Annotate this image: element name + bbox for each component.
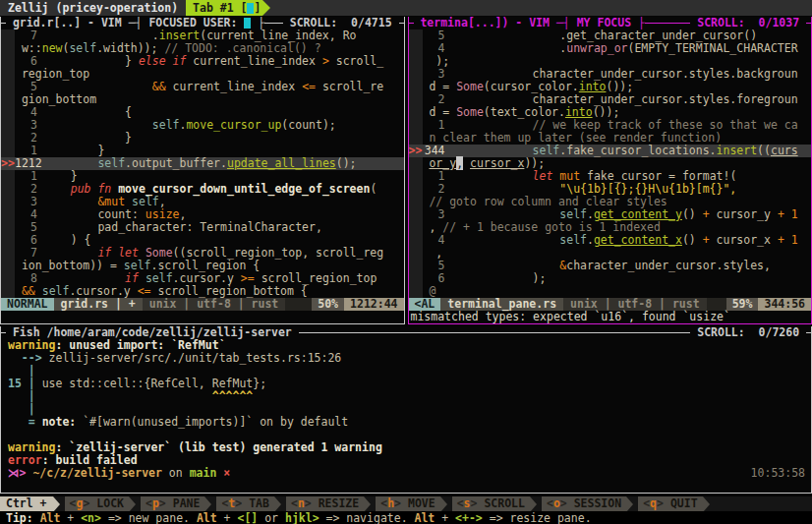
focused-user-label: FOCUSED USER: (148, 17, 244, 29)
sign-column (409, 221, 423, 234)
text-segment: × (223, 467, 230, 480)
text-segment: <= (302, 80, 316, 93)
left-pane-body: 7 .insert(current_line_index, Ro w::new(… (1, 29, 404, 323)
text-segment: into (565, 105, 593, 119)
text-segment (43, 182, 71, 196)
text-segment: => navigate. (319, 512, 415, 524)
right-scroll-label: SCROLL: (690, 17, 758, 29)
text-segment (216, 467, 223, 480)
line-number: 4 (15, 106, 43, 119)
sign-column (1, 29, 15, 42)
sign-column (409, 29, 423, 42)
text-segment: + (778, 207, 784, 221)
sign-column (409, 81, 423, 93)
text-segment: current_line_index (166, 80, 302, 93)
text-segment: (EMPTY_TERMINAL_CHARACTER (628, 41, 798, 55)
line-number: 2 (15, 132, 43, 145)
left-scroll-value: 0/4715 (351, 17, 398, 29)
text-segment: unwrap_or (566, 41, 627, 55)
text-segment: ~/c/z/zellij-server (32, 467, 162, 480)
sign-column (409, 42, 423, 55)
keybar-label: QUIT (664, 497, 698, 510)
line-number: 2 (15, 183, 43, 196)
terminal-line: = note: `#[warn(unused_imports)]` on by … (8, 416, 811, 429)
text-segment: . (587, 233, 594, 247)
text-segment: Alt (40, 512, 61, 524)
text-segment: ) { (43, 233, 90, 247)
left-scroll-label: SCROLL: (283, 17, 351, 29)
text-segment: pub fn (71, 182, 112, 196)
text-segment: && (152, 80, 166, 93)
tab-1[interactable]: Tab #1 [] (186, 0, 262, 16)
text-segment: } (43, 169, 78, 183)
text-segment: n clear them up later (see render functi… (423, 131, 723, 145)
text-segment: .fake_cursor_locations. (559, 144, 716, 157)
text-segment: <+-> (455, 512, 483, 524)
keybar-label: MOVE (401, 497, 435, 510)
right-pane-title: termina[...]) - VIM ─┤ MY FOCUS ├ SCROLL… (409, 17, 812, 29)
text-segment: w:: (15, 41, 42, 55)
text-segment: count: (43, 207, 145, 221)
text-segment: move_cursor_up (186, 118, 281, 132)
text-segment: > (322, 54, 329, 68)
shell-pane[interactable]: Fish /home/aram/code/zellij/zellij-serve… (0, 326, 812, 494)
keybar-item-tab[interactable]: <t> TAB (216, 496, 274, 511)
shortcut-key: t (228, 497, 235, 510)
top-bar: Zellij (pricey-operation) Tab #1 [] (0, 0, 812, 16)
text-segment: ()); (606, 80, 633, 93)
terminal-line: | ^^^^^^ (8, 390, 811, 403)
text-segment (35, 284, 42, 298)
text-segment (451, 169, 533, 183)
keybar-item-resize[interactable]: <n> RESIZE (286, 496, 364, 511)
keybar-item-session[interactable]: <o> SESSION (542, 496, 626, 511)
keybar-item-quit[interactable]: <q> QUIT (638, 496, 702, 511)
keybar-item-move[interactable]: <h> MOVE (376, 496, 439, 511)
sign-column (409, 157, 423, 170)
cursor-position: 344:56 (758, 298, 811, 311)
keybar-label: RESIZE (312, 497, 359, 510)
sign-column (409, 93, 423, 106)
text-segment: Alt (415, 512, 435, 524)
right-pane-title-text: termina[...]) - VIM (414, 17, 556, 29)
filename: grid.rs | + (54, 298, 143, 311)
text-segment: // + 1 because goto is 1 indexed (442, 220, 661, 234)
text-segment: + (703, 207, 710, 221)
shell-scroll-label: SCROLL: (690, 326, 758, 339)
sign-column (409, 170, 423, 183)
text-segment: .cursor.y (173, 271, 241, 285)
sign-column (1, 55, 15, 68)
right-pane-body: 5 .get_character_under_cursor()4 .unwrap… (409, 29, 812, 323)
line-number: 3 (15, 119, 43, 132)
keybar-item-pane[interactable]: <p> PANE (141, 496, 204, 511)
shell-pane-body: warning: unused import: `RefMut` --> zel… (1, 339, 811, 493)
text-segment: (( (757, 144, 771, 157)
session-name: Zellij (pricey-operation) (0, 2, 186, 15)
text-segment (451, 259, 560, 272)
sign-column (409, 106, 423, 119)
left-editor-pane[interactable]: grid.r[..] - VIM ─┤ FOCUSED USER: ├ SCRO… (0, 17, 405, 324)
text-segment: "\u{1b}[{};{}H\u{1b}[m{}", (559, 182, 736, 196)
text-segment: ^^^^^^ (35, 390, 254, 403)
line-number: 5 (423, 260, 451, 272)
text-segment (15, 284, 22, 298)
text-segment: scroll_region_bottom { (151, 284, 308, 298)
text-segment: ()); (593, 105, 620, 119)
text-segment: cursor_x (470, 156, 524, 170)
text-segment: scroll_region_top (255, 271, 377, 285)
text-segment: else if (139, 54, 186, 68)
line-number: 5 (423, 29, 451, 42)
text-segment: ion_bottom)) = (15, 259, 124, 272)
right-editor-pane[interactable]: termina[...]) - VIM ─┤ MY FOCUS ├ SCROLL… (408, 17, 812, 324)
text-segment (43, 156, 97, 170)
right-scroll-value: 0/1037 (759, 17, 806, 29)
text-segment: note: (35, 416, 77, 429)
text-segment: } (43, 54, 139, 68)
keybar-item-scroll[interactable]: <s> SCROLL (452, 496, 530, 511)
line-number: 1 (423, 170, 451, 183)
keybinding-bar: Ctrl +<g> LOCK<p> PANE<t> TAB<n> RESIZE<… (0, 496, 812, 511)
keybar-item-lock[interactable]: <g> LOCK (65, 496, 129, 511)
line-number: 6 (15, 234, 43, 247)
sign-column (1, 93, 15, 106)
shortcut-key: q (650, 497, 657, 510)
text-segment: ); (451, 271, 547, 285)
